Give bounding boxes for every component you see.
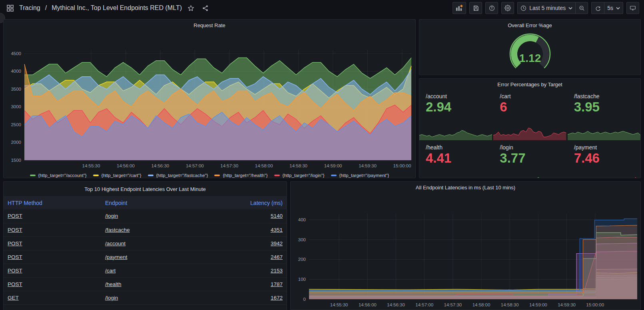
stat-cell: /payment7.46 xyxy=(568,141,640,178)
svg-text:4000: 4000 xyxy=(11,69,21,74)
svg-text:14:56:00: 14:56:00 xyxy=(117,163,135,168)
panel-title[interactable]: Overall Error %age xyxy=(419,20,640,31)
svg-text:14:58:30: 14:58:30 xyxy=(501,302,519,307)
svg-text:14:57:00: 14:57:00 xyxy=(415,302,433,307)
save-dashboard-button[interactable] xyxy=(469,2,482,14)
endpoint-link[interactable]: /health xyxy=(105,281,122,287)
legend-swatch xyxy=(30,175,36,176)
column-header-latency[interactable]: Latency (ms) xyxy=(197,196,287,209)
legend-item[interactable]: {http_target="/payment"} xyxy=(331,173,389,178)
column-header-endpoint[interactable]: Endpoint xyxy=(101,196,197,209)
top-navbar: Tracing / Mythical Inc., Top Level Endpo… xyxy=(0,0,644,16)
latency-link[interactable]: 2153 xyxy=(271,268,283,274)
panel-title[interactable]: All Endpoint Latencies in ms (Last 10 mi… xyxy=(291,182,640,193)
stat-sparkline xyxy=(568,173,640,178)
stat-label: /login xyxy=(493,141,566,151)
share-icon[interactable] xyxy=(200,3,211,13)
panel-latency-table: Top 10 Highest Endpoint Latencies Over L… xyxy=(3,181,287,310)
endpoint-link[interactable]: /login xyxy=(105,295,118,301)
svg-text:1500: 1500 xyxy=(11,158,21,163)
legend-swatch xyxy=(331,175,337,176)
endpoint-link[interactable]: /cart xyxy=(105,268,116,274)
stat-sparkline xyxy=(568,123,640,140)
latency-link[interactable]: 1672 xyxy=(271,295,283,301)
table-row: POST /cart 2153 xyxy=(4,264,287,277)
endpoint-link[interactable]: /fastcache xyxy=(105,227,130,233)
refresh-interval-label: 5s xyxy=(607,5,613,11)
legend-label: {http_target="/cart"} xyxy=(102,173,142,178)
svg-text:15:00:00: 15:00:00 xyxy=(393,163,411,168)
stat-value: 3.77 xyxy=(493,151,566,166)
svg-text:14:59:30: 14:59:30 xyxy=(359,163,377,168)
stat-cell: /account2.94 xyxy=(419,90,492,140)
legend-item[interactable]: {http_target="/account"} xyxy=(30,173,87,178)
legend-item[interactable]: {http_target="/fastcache"} xyxy=(148,173,208,178)
zoom-out-time-button[interactable] xyxy=(575,2,588,14)
method-link[interactable]: POST xyxy=(8,281,22,287)
column-header-method[interactable]: HTTP Method xyxy=(4,196,101,209)
time-range-picker[interactable]: Last 5 minutes xyxy=(517,2,575,14)
svg-text:14:56:30: 14:56:30 xyxy=(151,163,169,168)
dashboards-grid-icon[interactable] xyxy=(5,3,15,13)
stat-label: /payment xyxy=(568,141,640,151)
latency-table: HTTP Method Endpoint Latency (ms) POST /… xyxy=(4,196,287,305)
request-rate-chart[interactable]: 150020002500300035004000450014:55:3014:5… xyxy=(4,31,415,171)
svg-text:14:57:00: 14:57:00 xyxy=(186,163,204,168)
legend-item[interactable]: {http_target="/cart"} xyxy=(93,173,142,178)
panel-title[interactable]: Error Percentages by Target xyxy=(419,79,640,90)
svg-text:14:58:00: 14:58:00 xyxy=(473,302,490,307)
latency-link[interactable]: 2467 xyxy=(271,254,283,260)
svg-text:14:56:00: 14:56:00 xyxy=(359,302,377,307)
endpoint-link[interactable]: /payment xyxy=(105,254,128,260)
legend-label: {http_target="/fastcache"} xyxy=(156,173,208,178)
endpoint-link[interactable]: /account xyxy=(105,240,126,246)
legend-label: {http_target="/account"} xyxy=(38,173,87,178)
panel-all-latencies: All Endpoint Latencies in ms (Last 10 mi… xyxy=(290,181,641,310)
time-range-label: Last 5 minutes xyxy=(529,5,566,11)
stat-cell: /cart6 xyxy=(493,90,566,140)
stat-label: /fastcache xyxy=(568,90,640,99)
dashboard-settings-button[interactable] xyxy=(501,2,514,14)
star-icon[interactable] xyxy=(186,3,196,13)
table-row: POST /login 5140 xyxy=(4,209,287,223)
refresh-interval-picker[interactable]: 5s xyxy=(604,2,623,14)
latency-link[interactable]: 1787 xyxy=(271,281,283,287)
breadcrumb-section[interactable]: Tracing xyxy=(19,4,40,12)
panel-overall-error: Overall Error %age 1.12 xyxy=(419,19,641,75)
panel-request-rate: Request Rate 150020002500300035004000450… xyxy=(3,19,416,178)
latency-link[interactable]: 5140 xyxy=(271,213,283,219)
legend-item[interactable]: {http_target="/health"} xyxy=(214,173,267,178)
dashboard-insights-button[interactable] xyxy=(485,2,498,14)
legend-item[interactable]: {http_target="/login"} xyxy=(274,173,325,178)
table-row: POST /health 1787 xyxy=(4,277,287,291)
panel-title[interactable]: Top 10 Highest Endpoint Latencies Over L… xyxy=(4,182,287,196)
latency-link[interactable]: 3942 xyxy=(271,240,283,246)
all-latencies-chart[interactable]: 010020030040014:55:3014:56:0014:56:3014:… xyxy=(291,193,640,310)
overall-error-gauge: 1.12 xyxy=(419,31,640,74)
svg-text:0: 0 xyxy=(303,297,306,302)
endpoint-link[interactable]: /login xyxy=(105,213,118,219)
svg-text:14:56:30: 14:56:30 xyxy=(387,302,405,307)
tv-mode-button[interactable] xyxy=(626,2,639,14)
panel-title[interactable]: Request Rate xyxy=(4,20,415,31)
refresh-button[interactable] xyxy=(591,2,604,14)
stat-cell: /fastcache3.95 xyxy=(568,90,640,140)
method-link[interactable]: POST xyxy=(8,213,22,219)
method-link[interactable]: POST xyxy=(8,268,22,274)
breadcrumb-separator: / xyxy=(44,4,48,12)
latency-link[interactable]: 4351 xyxy=(271,227,283,233)
stat-label: /health xyxy=(419,141,492,151)
legend-swatch xyxy=(214,175,220,176)
method-link[interactable]: POST xyxy=(8,254,22,260)
svg-text:100: 100 xyxy=(298,277,306,282)
method-link[interactable]: POST xyxy=(8,240,22,246)
chevron-down-icon xyxy=(616,7,620,10)
breadcrumb-dashboard-title[interactable]: Mythical Inc., Top Level Endpoints RED (… xyxy=(52,4,182,12)
method-link[interactable]: POST xyxy=(8,227,22,233)
error-stats-grid: /account2.94/cart6/fastcache3.95/health4… xyxy=(419,90,640,178)
stat-sparkline xyxy=(419,173,492,178)
table-row: GET /login 1672 xyxy=(4,291,287,304)
add-panel-button[interactable] xyxy=(453,2,466,14)
stat-label: /cart xyxy=(493,90,566,99)
method-link[interactable]: GET xyxy=(8,295,19,301)
